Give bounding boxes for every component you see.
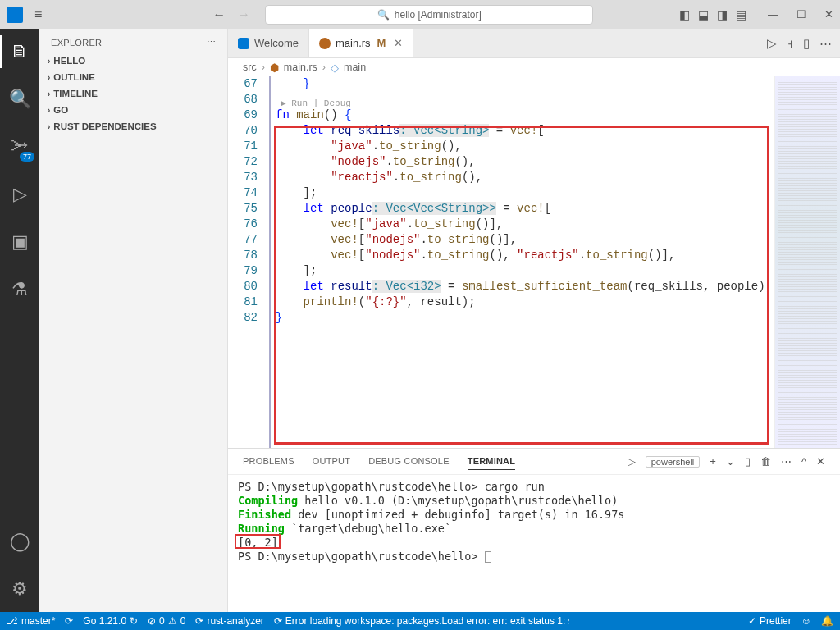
status-feedback-icon[interactable]: ☺ [801, 615, 811, 627]
editor-area: Welcomemain.rsM✕ ▷ ⫞ ▯ ⋯ src › ⬢ main.rs… [228, 29, 840, 612]
status-branch[interactable]: ⎇ master* [7, 615, 55, 627]
status-prettier[interactable]: ✓ Prettier [748, 615, 792, 627]
chevron-right-icon: › [322, 62, 326, 73]
chevron-right-icon: › [48, 73, 50, 82]
sidebar-section-hello[interactable]: › HELLO [39, 52, 227, 69]
explorer-title: EXPLORER [51, 38, 102, 48]
run-icon[interactable]: ▷ [767, 36, 777, 51]
status-notifications-icon[interactable]: 🔔 [821, 615, 833, 627]
activity-settings-icon[interactable]: ⚙ [0, 573, 39, 605]
panel-close-icon[interactable]: ✕ [816, 455, 825, 468]
sidebar-section-timeline[interactable]: › TIMELINE [39, 85, 227, 102]
chevron-right-icon: › [48, 57, 50, 66]
status-bar: ⎇ master* ⟳ Go 1.21.0 ↻ ⊘ 0 ⚠ 0 ⟳ rust-a… [0, 612, 840, 630]
activity-testing-icon[interactable]: ⚗ [0, 273, 39, 306]
code-content[interactable]: } ▶ Run | Debugfn main() { let req_skill… [271, 76, 774, 448]
search-text: hello [Administrator] [395, 9, 482, 21]
code-editor[interactable]: 67686970717273747576777879808182 } ▶ Run… [228, 76, 840, 448]
terminal-new-icon[interactable]: + [710, 455, 716, 468]
tab-main-rs[interactable]: main.rsM✕ [309, 29, 413, 57]
window-minimize-icon[interactable]: — [768, 8, 778, 21]
layout-panel-right-icon[interactable]: ◨ [717, 8, 728, 21]
panel-tab-debug-console[interactable]: DEBUG CONSOLE [368, 453, 450, 470]
explorer-sidebar: EXPLORER ⋯ › HELLO› OUTLINE› TIMELINE› G… [39, 29, 228, 612]
sidebar-section-outline[interactable]: › OUTLINE [39, 69, 227, 85]
split-editor-icon[interactable]: ⫞ [787, 36, 793, 50]
activity-bar: 🗎 🔍 ⭃77 ▷ ▣ ⚗ ◯ ⚙ [0, 29, 39, 612]
panel-maximize-icon[interactable]: ^ [801, 455, 806, 468]
minimap[interactable] [774, 76, 840, 448]
status-rust-analyzer[interactable]: ⟳ rust-analyzer [195, 615, 263, 627]
menu-icon[interactable]: ≡ [34, 7, 42, 22]
tab-welcome[interactable]: Welcome [228, 29, 309, 57]
sidebar-section-rust-dependencies[interactable]: › RUST DEPENDENCIES [39, 118, 227, 135]
line-gutter: 67686970717273747576777879808182 [228, 76, 271, 448]
bottom-panel: PROBLEMSOUTPUTDEBUG CONSOLETERMINAL ▷ po… [228, 448, 840, 612]
terminal-launch-icon[interactable]: ▷ [628, 455, 636, 468]
panel-tabs: PROBLEMSOUTPUTDEBUG CONSOLETERMINAL ▷ po… [228, 449, 840, 475]
activity-explorer-icon[interactable]: 🗎 [0, 35, 39, 68]
chevron-right-icon: › [48, 89, 50, 98]
status-sync-icon[interactable]: ⟳ [65, 615, 73, 627]
activity-debug-icon[interactable]: ▷ [0, 178, 39, 211]
nav-forward-icon[interactable]: → [237, 7, 250, 22]
chevron-right-icon: › [48, 122, 50, 131]
panel-more-icon[interactable]: ⋯ [781, 455, 792, 468]
status-go-version[interactable]: Go 1.21.0 ↻ [83, 615, 138, 627]
terminal-split-icon[interactable]: ▯ [745, 455, 751, 468]
layout-panel-bottom-icon[interactable]: ⬓ [698, 8, 709, 21]
terminal-output[interactable]: PS D:\mysetup\gopath\rustcode\hello> car… [228, 475, 840, 612]
terminal-dropdown-icon[interactable]: ⌄ [726, 455, 735, 468]
breadcrumb-folder[interactable]: src [243, 62, 257, 73]
editor-more-icon[interactable]: ⋯ [819, 36, 832, 51]
vscode-logo-icon [7, 7, 23, 23]
window-close-icon[interactable]: ✕ [824, 8, 833, 21]
breadcrumb[interactable]: src › ⬢ main.rs › ◇ main [228, 58, 840, 76]
activity-search-icon[interactable]: 🔍 [0, 83, 39, 116]
nav-back-icon[interactable]: ← [212, 7, 226, 22]
terminal-trash-icon[interactable]: 🗑 [760, 455, 771, 468]
search-icon: 🔍 [377, 9, 390, 21]
explorer-more-icon[interactable]: ⋯ [207, 37, 216, 48]
activity-account-icon[interactable]: ◯ [0, 525, 39, 558]
breadcrumb-symbol[interactable]: main [344, 62, 366, 73]
toggle-layout-icon[interactable]: ▯ [803, 36, 810, 51]
command-center[interactable]: 🔍 hello [Administrator] [265, 5, 593, 25]
breadcrumb-file[interactable]: main.rs [284, 62, 317, 73]
layout-customize-icon[interactable]: ▤ [736, 8, 746, 21]
panel-tab-problems[interactable]: PROBLEMS [243, 453, 294, 470]
layout-panel-left-icon[interactable]: ◧ [679, 8, 690, 21]
panel-tab-output[interactable]: OUTPUT [313, 453, 350, 470]
sidebar-section-go[interactable]: › GO [39, 102, 227, 118]
window-maximize-icon[interactable]: ☐ [797, 8, 806, 21]
status-problems[interactable]: ⊘ 0 ⚠ 0 [148, 615, 185, 627]
activity-extensions-icon[interactable]: ▣ [0, 226, 39, 258]
status-error-message[interactable]: ⟳ Error loading workspace: packages.Load… [274, 615, 569, 627]
activity-scm-icon[interactable]: ⭃77 [0, 130, 39, 163]
chevron-right-icon: › [48, 106, 50, 115]
terminal-shell-label[interactable]: powershell [646, 456, 701, 468]
panel-tab-terminal[interactable]: TERMINAL [468, 453, 515, 470]
tab-close-icon[interactable]: ✕ [394, 37, 403, 49]
titlebar: ≡ ← → 🔍 hello [Administrator] ◧ ⬓ ◨ ▤ — … [0, 0, 840, 29]
chevron-right-icon: › [262, 62, 265, 73]
editor-tabs: Welcomemain.rsM✕ ▷ ⫞ ▯ ⋯ [228, 29, 840, 58]
